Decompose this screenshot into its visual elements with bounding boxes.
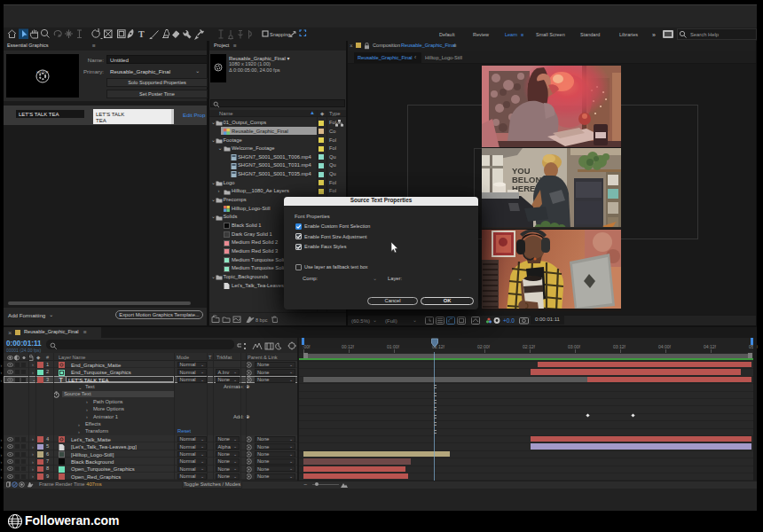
svg-text:+0.0: +0.0 [503, 317, 515, 324]
svg-text:8 bpc: 8 bpc [256, 317, 268, 323]
svg-text:Snapping: Snapping [270, 32, 290, 37]
svg-text:T: T [138, 29, 145, 39]
svg-text:HILLTOP: HILLTOP [37, 71, 49, 74]
